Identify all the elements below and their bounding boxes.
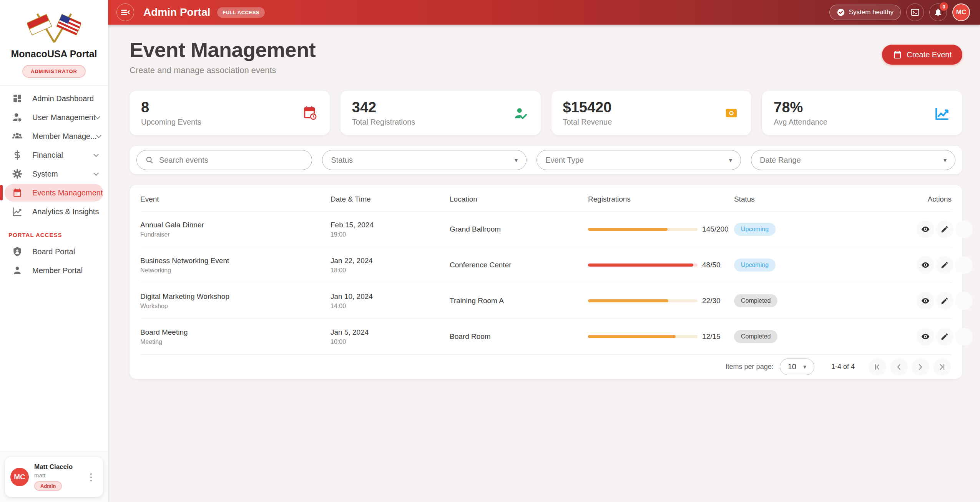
table-row: Annual Gala Dinner Fundraiser Feb 15, 20… <box>140 211 952 247</box>
sidebar-item-user-management[interactable]: User Management <box>5 108 103 126</box>
status-badge: Completed <box>734 330 777 343</box>
table-header-row: Event Date & Time Location Registrations… <box>140 185 952 211</box>
date-cell: Feb 15, 2024 19:00 <box>331 221 450 238</box>
sidebar-item-member-portal[interactable]: Member Portal <box>5 262 103 279</box>
view-button[interactable] <box>917 256 934 274</box>
filters-bar: Status ▾ Event Type ▾ Date Range ▾ <box>130 146 962 174</box>
items-per-page-value: 10 <box>788 362 796 371</box>
create-event-label: Create Event <box>907 50 952 59</box>
page-content: Event Management Create and manage assoc… <box>108 25 980 379</box>
edit-button[interactable] <box>936 220 953 238</box>
delete-button[interactable] <box>955 256 973 274</box>
stat-label: Total Registrations <box>352 118 512 127</box>
event-name: Business Networking Event <box>140 257 331 265</box>
dollar-icon <box>12 149 23 161</box>
items-per-page-select[interactable]: 10 ▾ <box>780 359 814 375</box>
event-type-filter-label: Event Type <box>545 156 584 165</box>
event-category: Workshop <box>140 303 331 310</box>
user-menu-kebab-icon[interactable]: ⋮ <box>85 470 98 484</box>
search-input[interactable] <box>159 156 303 165</box>
table-pagination: Items per page: 10 ▾ 1-4 of 4 <box>140 354 952 379</box>
event-name: Annual Gala Dinner <box>140 221 331 229</box>
location-cell: Board Room <box>450 332 588 341</box>
previous-page-button[interactable] <box>890 358 908 376</box>
edit-button[interactable] <box>936 292 953 310</box>
search-field[interactable] <box>136 150 312 170</box>
user-gear-icon <box>12 112 23 123</box>
dropdown-arrow-icon: ▾ <box>803 363 806 370</box>
view-button[interactable] <box>917 328 934 345</box>
edit-button[interactable] <box>936 328 953 345</box>
sidebar-item-analytics-insights[interactable]: Analytics & Insights <box>5 203 103 220</box>
create-event-button[interactable]: Create Event <box>882 45 962 65</box>
eye-icon <box>921 296 930 305</box>
user-role-badge: Admin <box>34 481 62 491</box>
registration-progress-fill <box>588 228 668 231</box>
column-header-location: Location <box>450 195 588 203</box>
dropdown-arrow-icon: ▾ <box>943 157 947 164</box>
sidebar-item-label: Analytics & Insights <box>32 207 99 216</box>
sidebar-item-member-management[interactable]: Member Manage... <box>5 127 103 145</box>
pencil-icon <box>940 332 949 341</box>
pagination-range-label: 1-4 of 4 <box>831 363 855 371</box>
column-header-registrations: Registrations <box>588 195 734 203</box>
terminal-icon <box>910 8 920 17</box>
notification-count-badge: 0 <box>940 2 948 11</box>
event-name: Digital Marketing Workshop <box>140 292 331 301</box>
topbar: Admin Portal FULL ACCESS System healthy … <box>108 0 980 25</box>
brand-logo <box>0 0 108 44</box>
stats-row: 8 Upcoming Events 342 Total Registration… <box>130 91 962 135</box>
delete-button[interactable] <box>955 220 973 238</box>
sidebar-item-board-portal[interactable]: Board Portal <box>5 243 103 260</box>
status-badge: Upcoming <box>734 259 776 272</box>
registration-count: 145/200 <box>702 225 729 233</box>
terminal-button[interactable] <box>906 3 924 21</box>
search-icon <box>145 155 154 165</box>
sidebar-item-label: User Management <box>32 113 96 122</box>
next-page-button[interactable] <box>912 358 929 376</box>
view-button[interactable] <box>917 292 934 310</box>
menu-toggle-button[interactable] <box>116 3 134 21</box>
status-badge: Completed <box>734 294 777 307</box>
view-button[interactable] <box>917 220 934 238</box>
last-page-icon <box>937 362 947 372</box>
first-page-button[interactable] <box>869 358 886 376</box>
topbar-avatar[interactable]: MC <box>952 3 970 21</box>
edit-button[interactable] <box>936 256 953 274</box>
dropdown-arrow-icon: ▾ <box>515 157 518 164</box>
administrator-badge: ADMINISTRATOR <box>22 65 86 78</box>
menu-open-icon <box>120 7 130 17</box>
event-cell: Annual Gala Dinner Fundraiser <box>140 221 331 238</box>
person-check-icon <box>512 105 529 122</box>
registrations-cell: 48/50 <box>588 261 734 269</box>
delete-button[interactable] <box>955 292 973 310</box>
payments-icon <box>723 105 740 122</box>
last-page-button[interactable] <box>933 358 951 376</box>
sidebar-item-label: Financial <box>32 151 63 160</box>
registration-progress-track <box>588 335 698 338</box>
event-type-filter-select[interactable]: Event Type ▾ <box>537 150 741 170</box>
registrations-cell: 22/30 <box>588 297 734 305</box>
status-filter-label: Status <box>331 156 353 165</box>
sidebar-item-system[interactable]: System <box>5 165 103 183</box>
brand-title: MonacoUSA Portal <box>0 48 108 60</box>
eye-icon <box>921 332 930 341</box>
eye-icon <box>921 260 930 270</box>
event-category: Networking <box>140 267 331 274</box>
notifications-button[interactable]: 0 <box>929 3 947 21</box>
registration-count: 22/30 <box>702 297 721 305</box>
event-category: Fundraiser <box>140 231 331 238</box>
date-cell: Jan 22, 2024 18:00 <box>331 257 450 274</box>
sidebar-item-financial[interactable]: Financial <box>5 146 103 164</box>
delete-button[interactable] <box>955 328 973 345</box>
event-time: 14:00 <box>331 303 450 310</box>
sidebar-item-admin-dashboard[interactable]: Admin Dashboard <box>5 90 103 107</box>
column-header-event: Event <box>140 195 331 203</box>
stat-value: 342 <box>352 99 512 116</box>
shield-person-icon <box>12 246 23 257</box>
chevron-down-icon <box>96 133 101 138</box>
registration-count: 48/50 <box>702 261 721 269</box>
status-filter-select[interactable]: Status ▾ <box>322 150 527 170</box>
sidebar-item-events-management[interactable]: Events Management <box>5 184 103 202</box>
date-range-filter-select[interactable]: Date Range ▾ <box>751 150 955 170</box>
